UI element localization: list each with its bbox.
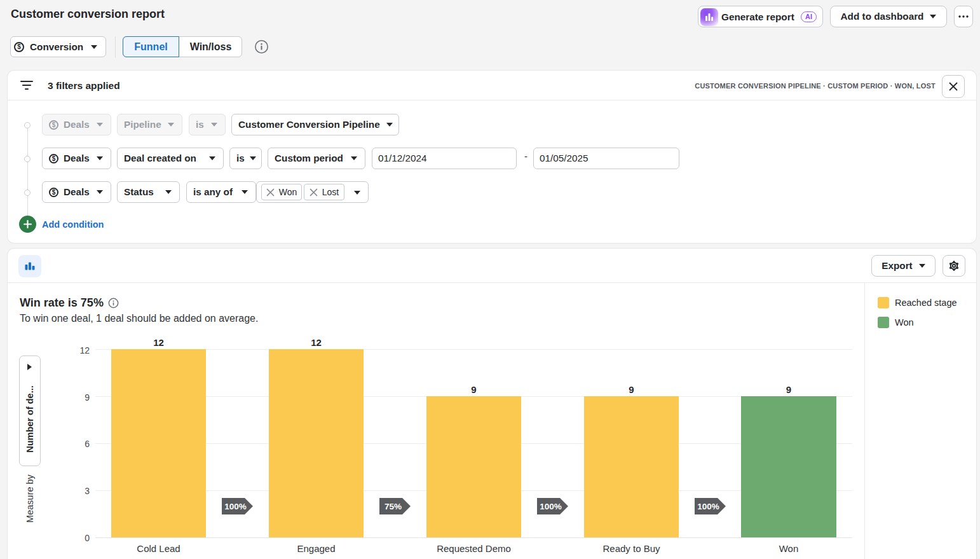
svg-text:75%: 75% xyxy=(385,502,402,511)
svg-text:100%: 100% xyxy=(697,502,719,511)
svg-text:100%: 100% xyxy=(224,502,247,511)
svg-text:100%: 100% xyxy=(540,502,562,511)
